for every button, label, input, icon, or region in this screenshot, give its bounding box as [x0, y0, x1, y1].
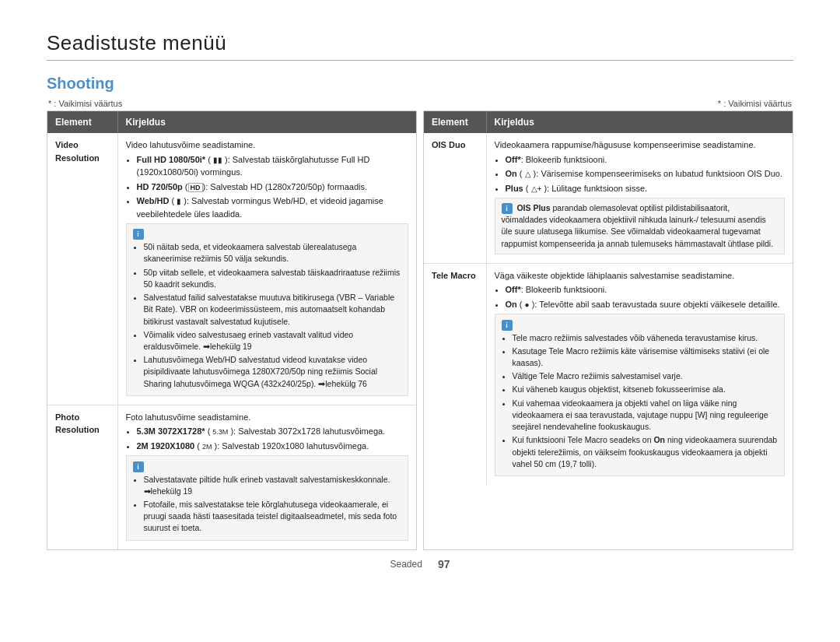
photo-resolution-content: Foto lahutusvõime seadistamine. 5.3M 307…: [117, 405, 416, 549]
tele-intro: Väga väikeste objektide lähiplaanis salv…: [495, 269, 786, 282]
video-bullet-1: Full HD 1080/50i* ( ▮▮ ): Salvestab täis…: [137, 153, 409, 179]
ois-bullet-2: On ( △ ): Värisemise kompenseerimiseks o…: [506, 167, 786, 181]
vaikimisi-right: * : Vaikimisi väärtus: [718, 99, 792, 108]
video-note: i 50i näitab seda, et videokaamera salve…: [126, 223, 409, 396]
tele-note: i Tele macro režiimis salvestades võib v…: [495, 314, 786, 476]
ois-intro: Videokaamera rappumise/hägususe kompense…: [495, 139, 786, 152]
ois-note-text: OIS Plus parandab olemasolevat optilist …: [502, 203, 774, 248]
title-divider: [47, 60, 793, 61]
video-bullet-2: HD 720/50p (HD): Salvestab HD (1280x720/…: [137, 181, 409, 194]
left-col1-header: Element: [47, 111, 117, 133]
tele-bullet-1: Off*: Blokeerib funktsiooni.: [506, 283, 786, 296]
video-intro: Video lahutusvõime seadistamine.: [126, 139, 409, 152]
footer-page-number: 97: [438, 558, 450, 570]
video-resolution-content: Video lahutusvõime seadistamine. Full HD…: [117, 133, 416, 405]
tele-bullet-2: On ( ● ): Televõtte abil saab teravustad…: [506, 298, 786, 311]
ois-bullet-1: Off*: Blokeerib funktsiooni.: [506, 153, 786, 167]
right-table: Element Kirjeldus OIS Duo Videokaamera r…: [423, 111, 793, 550]
ois-content: Videokaamera rappumise/hägususe kompense…: [486, 133, 793, 263]
right-col2-header: Kirjeldus: [486, 111, 793, 133]
table-row: VideoResolution Video lahutusvõime seadi…: [47, 133, 416, 405]
page-title: Seadistuste menüü: [47, 31, 793, 55]
video-bullet-3: Web/HD ( ▮ ): Salvestab vormingus Web/HD…: [137, 195, 409, 220]
photo-resolution-label: PhotoResolution: [47, 405, 117, 549]
photo-intro: Foto lahutusvõime seadistamine.: [126, 411, 409, 424]
vaikimisi-row: * : Vaikimisi väärtus * : Vaikimisi väär…: [47, 99, 793, 108]
photo-note: i Salvestatavate piltide hulk erineb vas…: [126, 455, 409, 540]
photo-bullet-1: 5.3M 3072X1728* ( 5.3M ): Salvestab 3072…: [137, 425, 409, 438]
footer-label: Seaded: [390, 559, 422, 570]
note-icon-2: i: [133, 461, 144, 472]
left-col2-header: Kirjeldus: [117, 111, 416, 133]
table-row: Tele Macro Väga väikeste objektide lähip…: [424, 263, 793, 485]
footer: Seaded 97: [47, 558, 793, 570]
vaikimisi-left: * : Vaikimisi väärtus: [48, 99, 122, 108]
table-row: OIS Duo Videokaamera rappumise/hägususe …: [424, 133, 793, 263]
video-resolution-label: VideoResolution: [47, 133, 117, 405]
note-icon-4: i: [502, 320, 513, 331]
tele-macro-content: Väga väikeste objektide lähiplaanis salv…: [486, 263, 793, 485]
right-col1-header: Element: [424, 111, 486, 133]
ois-note: i OIS Plus parandab olemasolevat optilis…: [495, 198, 786, 254]
ois-bullet-3: Plus ( △+ ): Lülitage funktsioon sisse.: [506, 182, 786, 195]
photo-bullet-2: 2M 1920X1080 ( 2M ): Salvestab 1920x1080…: [137, 440, 409, 453]
table-row: PhotoResolution Foto lahutusvõime seadis…: [47, 405, 416, 549]
note-icon: i: [133, 229, 144, 240]
section-title: Shooting: [47, 75, 793, 93]
note-icon-3: i: [502, 203, 513, 214]
ois-label: OIS Duo: [424, 133, 486, 263]
left-table: Element Kirjeldus VideoResolution Video …: [47, 111, 417, 550]
tele-macro-label: Tele Macro: [424, 263, 486, 485]
tables-container: Element Kirjeldus VideoResolution Video …: [47, 111, 793, 550]
